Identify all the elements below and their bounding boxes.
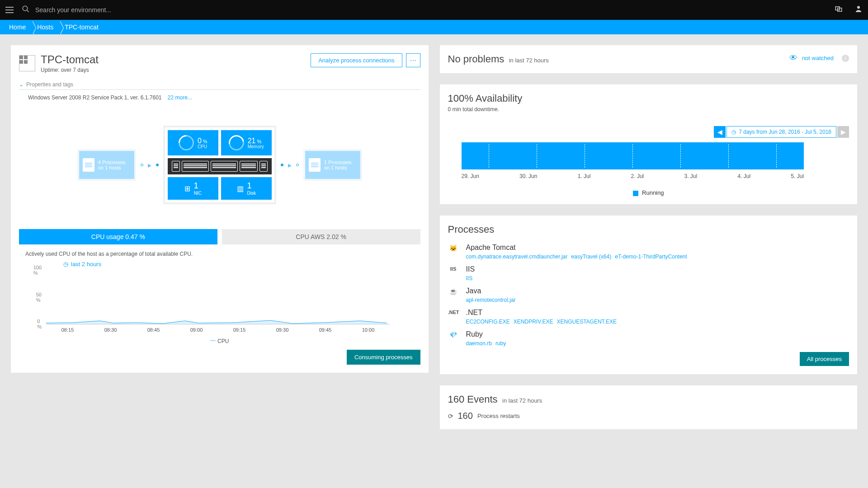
ruby-icon: 💎 (448, 330, 459, 347)
nic-tile[interactable]: ⊞ 1NIC (168, 177, 218, 200)
search-icon[interactable] (22, 5, 30, 15)
process-link[interactable]: EC2CONFIG.EXE (466, 319, 510, 325)
process-link[interactable]: XENGUESTAGENT.EXE (557, 319, 616, 325)
events-sub: in last 72 hours (502, 397, 542, 404)
more-actions-button[interactable]: ⋯ (406, 53, 420, 67)
info-icon[interactable]: i (842, 55, 849, 62)
process-group-label: Apache Tomcat (466, 244, 849, 252)
availability-bar[interactable] (462, 142, 804, 169)
watch-toggle[interactable]: not watched (802, 55, 834, 61)
memory-gauge[interactable]: 21 %Memory (221, 130, 272, 155)
crumb-hosts[interactable]: Hosts (33, 21, 60, 33)
cpu-gauge[interactable]: 0 %CPU (168, 130, 218, 155)
events-label: Process restarts (477, 413, 520, 419)
outgoing-processes-box[interactable]: 1 Processeson 1 hosts (303, 149, 362, 181)
IIS-icon: IIS (448, 265, 459, 282)
process-group: 🐱Apache Tomcatcom.dynatrace.easytravel.c… (448, 244, 849, 260)
process-group: IISIISIIS (448, 265, 849, 282)
cpu-chart[interactable]: 100 % 50 % 0 % (46, 270, 390, 324)
process-group-label: Java (466, 287, 849, 295)
processes-icon (83, 158, 94, 172)
.NET-icon: .NET (448, 309, 459, 325)
process-link[interactable]: apl-remotecontrol.jar (466, 297, 516, 303)
process-group: ☕Javaapl-remotecontrol.jar (448, 287, 849, 303)
arrow-right-icon: ▸ (288, 161, 292, 169)
events-title: 160 Events (448, 394, 498, 405)
process-link[interactable]: IIS (466, 275, 473, 282)
process-link[interactable]: daemon.rb (466, 340, 492, 347)
chevron-down-icon: ⌄ (19, 81, 24, 88)
host-title: TPC-tomcat (41, 53, 99, 66)
all-processes-button[interactable]: All processes (800, 352, 849, 366)
process-group: .NET.NETEC2CONFIG.EXEXENDPRIV.EXEXENGUES… (448, 309, 849, 325)
process-group-label: Ruby (466, 330, 849, 338)
svg-point-4 (857, 6, 860, 9)
process-link[interactable]: eT-demo-1-ThirdPartyContent (615, 253, 687, 260)
process-link[interactable]: ruby (495, 340, 506, 347)
host-uptime: Uptime: over 7 days (41, 67, 99, 73)
clock-icon: ◷ (63, 261, 68, 267)
process-link[interactable]: easyTravel (x64) (571, 253, 611, 260)
search-input[interactable] (35, 6, 835, 14)
network-icon: ⊞ (184, 184, 190, 193)
process-group-label: .NET (466, 309, 849, 317)
tab-cpu-usage[interactable]: CPU usage 0.47 % (19, 229, 217, 244)
process-link[interactable]: com.dynatrace.easytravel.cmdlauncher.jar (466, 253, 568, 260)
processes-title: Processes (448, 224, 849, 235)
restart-icon: ⟳ (448, 413, 453, 420)
windows-icon[interactable] (835, 5, 843, 15)
tomcat-icon: 🐱 (448, 244, 459, 260)
properties-text: Windows Server 2008 R2 Service Pack 1, v… (28, 94, 420, 101)
java-icon: ☕ (448, 287, 459, 303)
problems-sub: in last 72 hours (509, 57, 549, 64)
svg-line-1 (27, 10, 29, 12)
processes-icon (309, 158, 321, 172)
events-count: 160 (458, 411, 473, 421)
timerange-prev-button[interactable]: ◀ (714, 126, 726, 138)
legend-swatch (633, 191, 638, 196)
user-icon[interactable] (854, 5, 863, 15)
availability-title: 100% Availability (448, 93, 523, 104)
breadcrumb: Home Hosts TPC-tomcat (0, 20, 868, 34)
properties-more-link[interactable]: 22 more... (168, 94, 192, 101)
tab-description: Actively used CPU of the host as a perce… (25, 251, 420, 257)
problems-title: No problems (448, 53, 505, 65)
tab-cpu-aws[interactable]: CPU AWS 2.02 % (222, 229, 420, 244)
disk-icon: ▥ (237, 184, 244, 193)
eye-icon[interactable]: 👁 (789, 53, 797, 63)
process-group: 💎Rubydaemon.rbruby (448, 330, 849, 347)
properties-toggle[interactable]: ⌄ Properties and tags (19, 81, 420, 90)
clock-icon: ◷ (731, 129, 736, 135)
incoming-processes-box[interactable]: 4 Processeson 1 hosts (77, 149, 136, 181)
arrow-right-icon: ▸ (148, 161, 151, 169)
time-range-link[interactable]: ◷ last 2 hours (63, 261, 420, 267)
crumb-home[interactable]: Home (5, 21, 33, 33)
menu-icon[interactable] (5, 7, 14, 13)
host-tile[interactable]: 0 %CPU 21 %Memory ⊞ 1NIC ▥ 1Disk (163, 126, 276, 204)
disk-tile[interactable]: ▥ 1Disk (221, 177, 272, 200)
process-group-label: IIS (466, 265, 849, 273)
host-os-icon (19, 55, 35, 71)
timerange-label[interactable]: ◷ 7 days from Jun 28, 2016 - Jul 5, 2016 (726, 126, 836, 138)
crumb-current: TPC-tomcat (60, 21, 105, 33)
consuming-processes-button[interactable]: Consuming processes (347, 350, 420, 365)
server-icon (168, 158, 272, 174)
process-link[interactable]: XENDPRIV.EXE (514, 319, 553, 325)
analyze-connections-button[interactable]: Analyze process connections (311, 53, 402, 67)
timerange-next-button[interactable]: ▶ (837, 126, 849, 138)
availability-downtime: 0 min total downtime. (448, 106, 849, 113)
svg-point-0 (23, 6, 28, 11)
